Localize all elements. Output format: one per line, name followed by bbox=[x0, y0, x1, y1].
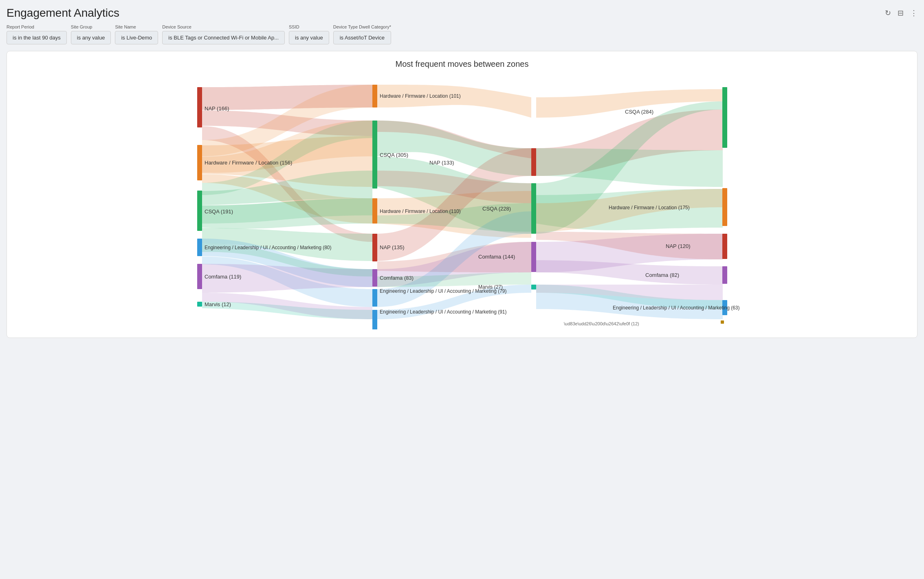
svg-text:\ud83e\udd26\u200d\u2642\ufe0f: \ud83e\udd26\u200d\u2642\ufe0f (12) bbox=[564, 321, 639, 326]
filter-btn-site-name[interactable]: is Live-Demo bbox=[115, 31, 158, 44]
svg-rect-24 bbox=[372, 310, 377, 329]
svg-rect-14 bbox=[372, 121, 377, 189]
svg-rect-2 bbox=[197, 145, 202, 180]
filter-icon[interactable]: ⊟ bbox=[898, 9, 904, 18]
svg-rect-30 bbox=[531, 242, 536, 272]
svg-rect-26 bbox=[531, 148, 536, 176]
svg-text:Engineering / Leadership / UI : Engineering / Leadership / UI / Accounti… bbox=[613, 305, 740, 311]
filter-btn-ssid[interactable]: is any value bbox=[289, 31, 329, 44]
svg-text:Engineering / Leadership / UI : Engineering / Leadership / UI / Accounti… bbox=[380, 309, 507, 315]
svg-text:NAP (120): NAP (120) bbox=[666, 243, 690, 249]
svg-rect-4 bbox=[197, 191, 202, 231]
filter-label-site-group: Site Group bbox=[71, 24, 111, 29]
svg-text:CSQA (228): CSQA (228) bbox=[482, 206, 511, 212]
filter-btn-device-source[interactable]: is BLE Tags or Connected Wi-Fi or Mobile… bbox=[162, 31, 285, 44]
filters-bar: Report Periodis in the last 90 daysSite … bbox=[7, 24, 917, 44]
svg-text:Hardware / Firmware / Location: Hardware / Firmware / Location (110) bbox=[380, 208, 461, 214]
svg-rect-36 bbox=[722, 188, 727, 226]
filter-label-report-period: Report Period bbox=[7, 24, 67, 29]
filter-group-site-group: Site Groupis any value bbox=[71, 24, 111, 44]
header-actions: ↻ ⊟ ⋮ bbox=[885, 9, 917, 18]
svg-rect-0 bbox=[197, 87, 202, 127]
svg-rect-16 bbox=[372, 198, 377, 224]
svg-rect-18 bbox=[372, 234, 377, 261]
svg-text:Marvis (27): Marvis (27) bbox=[478, 284, 503, 290]
svg-text:Hardware / Firmware / Location: Hardware / Firmware / Location (101) bbox=[380, 93, 461, 99]
svg-text:NAP (133): NAP (133) bbox=[429, 160, 454, 166]
chart-title: Most frequent moves between zones bbox=[15, 59, 909, 69]
svg-text:CSQA (284): CSQA (284) bbox=[625, 109, 653, 115]
refresh-icon[interactable]: ↻ bbox=[885, 9, 891, 18]
svg-text:CSQA (305): CSQA (305) bbox=[380, 152, 408, 158]
more-vert-icon[interactable]: ⋮ bbox=[910, 9, 917, 18]
svg-rect-40 bbox=[722, 266, 727, 284]
svg-rect-34 bbox=[722, 87, 727, 148]
filter-label-site-name: Site Name bbox=[115, 24, 158, 29]
svg-text:NAP (135): NAP (135) bbox=[380, 244, 404, 250]
svg-rect-10 bbox=[197, 302, 202, 307]
page-title: Engagement Analytics bbox=[7, 7, 119, 20]
filter-btn-report-period[interactable]: is in the last 90 days bbox=[7, 31, 67, 44]
svg-rect-32 bbox=[531, 285, 536, 290]
page-header: Engagement Analytics ↻ ⊟ ⋮ bbox=[7, 7, 917, 20]
filter-btn-device-type[interactable]: is Asset/IoT Device bbox=[333, 31, 391, 44]
filter-btn-site-group[interactable]: is any value bbox=[71, 31, 111, 44]
svg-text:NAP (166): NAP (166) bbox=[205, 105, 229, 112]
filter-group-site-name: Site Nameis Live-Demo bbox=[115, 24, 158, 44]
svg-text:Comfama (83): Comfama (83) bbox=[380, 275, 414, 281]
svg-rect-45 bbox=[721, 320, 724, 324]
svg-text:Comfama (82): Comfama (82) bbox=[645, 272, 679, 278]
filter-group-report-period: Report Periodis in the last 90 days bbox=[7, 24, 67, 44]
chart-container: Most frequent moves between zones bbox=[7, 51, 917, 338]
svg-rect-22 bbox=[372, 289, 377, 307]
filter-group-device-source: Device Sourceis BLE Tags or Connected Wi… bbox=[162, 24, 285, 44]
filter-label-device-source: Device Source bbox=[162, 24, 285, 29]
svg-rect-20 bbox=[372, 269, 377, 287]
sankey-chart: NAP (166) Hardware / Firmware / Location… bbox=[15, 77, 909, 329]
filter-group-device-type: Device Type Dwell Category*is Asset/IoT … bbox=[333, 24, 391, 44]
filter-label-ssid: SSID bbox=[289, 24, 329, 29]
svg-text:Comfama (119): Comfama (119) bbox=[205, 274, 241, 280]
svg-rect-8 bbox=[197, 264, 202, 289]
svg-rect-12 bbox=[372, 85, 377, 107]
filter-label-device-type: Device Type Dwell Category* bbox=[333, 24, 391, 29]
svg-text:CSQA (191): CSQA (191) bbox=[205, 208, 233, 215]
svg-text:Engineering / Leadership / UI : Engineering / Leadership / UI / Accounti… bbox=[205, 245, 332, 250]
svg-rect-6 bbox=[197, 239, 202, 256]
filter-group-ssid: SSIDis any value bbox=[289, 24, 329, 44]
svg-text:Marvis (12): Marvis (12) bbox=[205, 301, 231, 307]
svg-rect-38 bbox=[722, 234, 727, 259]
svg-rect-28 bbox=[531, 183, 536, 234]
svg-text:Hardware / Firmware / Location: Hardware / Firmware / Location (156) bbox=[205, 160, 292, 166]
svg-text:Comfama (144): Comfama (144) bbox=[478, 254, 515, 260]
svg-text:Hardware / Firmware / Location: Hardware / Firmware / Location (175) bbox=[609, 205, 690, 211]
